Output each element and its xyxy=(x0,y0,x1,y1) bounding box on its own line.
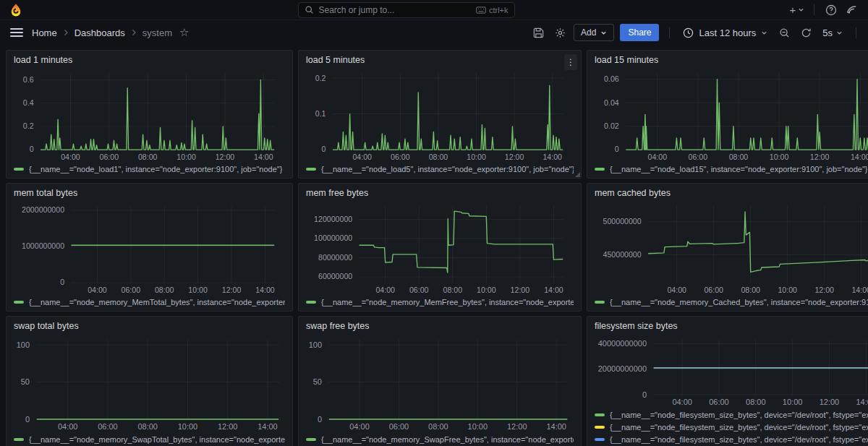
svg-text:12:00: 12:00 xyxy=(814,286,834,294)
svg-text:06:00: 06:00 xyxy=(704,286,723,294)
svg-text:12:00: 12:00 xyxy=(218,422,238,431)
svg-text:500000000: 500000000 xyxy=(603,217,642,226)
svg-text:12:00: 12:00 xyxy=(507,422,527,431)
svg-text:0: 0 xyxy=(615,145,619,154)
svg-text:0.4: 0.4 xyxy=(23,98,34,107)
svg-text:10:00: 10:00 xyxy=(178,422,198,431)
legend-label: {__name__="node_load1", instance="node_e… xyxy=(29,165,282,173)
legend-item[interactable]: {__name__="node_filesystem_size_bytes", … xyxy=(595,408,868,421)
save-icon xyxy=(533,27,544,38)
svg-text:06:00: 06:00 xyxy=(409,286,429,294)
legend-item[interactable]: {__name__="node_filesystem_size_bytes", … xyxy=(595,421,868,433)
zoom-out-button[interactable] xyxy=(776,25,792,40)
legend-item[interactable]: {__name__="node_filesystem_size_bytes", … xyxy=(595,433,868,445)
panel-title[interactable]: swap total bytes xyxy=(7,317,292,335)
legend-item[interactable]: {__name__="node_load1", instance="node_e… xyxy=(14,163,285,176)
gear-icon xyxy=(555,27,566,38)
svg-text:0.6: 0.6 xyxy=(23,75,34,84)
svg-text:04:00: 04:00 xyxy=(647,153,667,161)
menu-icon[interactable] xyxy=(10,28,23,37)
time-series-chart[interactable]: 04:0006:0008:0010:0012:0014:00050100 xyxy=(12,335,285,432)
panel-title[interactable]: mem free bytes xyxy=(299,184,581,202)
chevron-down-icon xyxy=(761,30,767,36)
chevron-down-icon xyxy=(836,30,843,36)
dashboard-toolbar: Home Dashboards system ☆ Add Share xyxy=(0,20,868,45)
legend-swatch xyxy=(306,438,316,441)
time-series-chart[interactable]: 04:0006:0008:0010:0012:0014:00050100 xyxy=(305,335,574,432)
keyboard-icon xyxy=(476,7,486,14)
svg-text:10:00: 10:00 xyxy=(468,422,488,431)
refresh-interval-dropdown[interactable]: 5s xyxy=(820,27,846,38)
svg-text:12:00: 12:00 xyxy=(505,153,524,161)
legend-item[interactable]: {__name__="node_memory_Cached_bytes", in… xyxy=(595,296,868,309)
time-series-chart[interactable]: 04:0006:0008:0010:0012:0014:006000000080… xyxy=(305,202,574,295)
news-button[interactable] xyxy=(843,2,859,18)
svg-text:08:00: 08:00 xyxy=(155,286,174,294)
panel-title[interactable]: filesystem size bytes xyxy=(587,317,868,335)
svg-text:14:00: 14:00 xyxy=(254,153,273,161)
grafana-logo[interactable] xyxy=(9,3,23,17)
time-series-chart[interactable]: 04:0006:0008:0010:0012:0014:004500000005… xyxy=(593,202,868,295)
svg-text:08:00: 08:00 xyxy=(746,398,766,406)
svg-text:08:00: 08:00 xyxy=(729,153,749,161)
time-series-chart[interactable]: 04:0006:0008:0010:0012:0014:0000.10.2 xyxy=(305,69,574,162)
panel-resize-handle[interactable] xyxy=(575,172,580,177)
svg-text:0: 0 xyxy=(30,145,34,154)
panel-title[interactable]: mem cached bytes xyxy=(587,184,868,202)
svg-text:0: 0 xyxy=(322,145,326,154)
panel-title[interactable]: load 1 minutes xyxy=(7,51,292,69)
divider xyxy=(856,27,856,38)
svg-text:100: 100 xyxy=(17,340,30,349)
chevron-right-icon xyxy=(63,29,69,36)
breadcrumb-home[interactable]: Home xyxy=(32,27,57,38)
search-shortcut: ctrl+k xyxy=(476,6,509,14)
panel-menu-icon[interactable]: ⋮ xyxy=(564,54,577,70)
svg-text:12:00: 12:00 xyxy=(222,286,242,294)
search-input[interactable]: Search or jump to... ctrl+k xyxy=(298,2,515,18)
svg-text:04:00: 04:00 xyxy=(672,398,692,406)
panel-title[interactable]: mem total bytes xyxy=(7,184,292,202)
star-icon[interactable]: ☆ xyxy=(179,26,189,39)
panel-mem-total-bytes: mem total bytes04:0006:0008:0010:0012:00… xyxy=(6,183,293,312)
time-series-chart[interactable]: 04:0006:0008:0010:0012:0014:000100000000… xyxy=(12,202,285,295)
time-series-chart[interactable]: 04:0006:0008:0010:0012:0014:000200000000… xyxy=(593,335,868,408)
svg-text:06:00: 06:00 xyxy=(98,422,118,431)
panel-title[interactable]: load 5 minutes xyxy=(299,51,581,69)
panel-legend: {__name__="node_memory_Cached_bytes", in… xyxy=(587,296,868,311)
svg-text:06:00: 06:00 xyxy=(689,153,708,161)
legend-item[interactable]: {__name__="node_load5", instance="node_e… xyxy=(306,163,574,176)
help-button[interactable] xyxy=(823,2,839,18)
svg-text:40000000000: 40000000000 xyxy=(598,339,647,348)
panel-legend: {__name__="node_load15", instance="node_… xyxy=(587,163,868,178)
breadcrumb-dashboards[interactable]: Dashboards xyxy=(75,27,125,38)
panel-title[interactable]: load 15 minutes xyxy=(587,51,868,69)
legend-item[interactable]: {__name__="node_memory_MemFree_bytes", i… xyxy=(306,296,574,309)
time-series-chart[interactable]: 04:0006:0008:0010:0012:0014:0000.20.40.6 xyxy=(12,69,285,162)
svg-text:04:00: 04:00 xyxy=(667,286,686,294)
svg-text:14:00: 14:00 xyxy=(542,153,562,161)
svg-text:0.04: 0.04 xyxy=(604,98,619,107)
panel-load-15-minutes: load 15 minutes04:0006:0008:0010:0012:00… xyxy=(587,50,868,179)
save-button[interactable] xyxy=(530,25,546,40)
svg-text:100000000: 100000000 xyxy=(314,233,352,242)
search-icon xyxy=(305,5,314,14)
new-button[interactable]: + xyxy=(789,2,805,18)
legend-item[interactable]: {__name__="node_memory_SwapFree_bytes", … xyxy=(306,433,574,445)
svg-text:04:00: 04:00 xyxy=(352,153,372,161)
panel-title[interactable]: swap free bytes xyxy=(299,317,581,335)
legend-item[interactable]: {__name__="node_memory_MemTotal_bytes", … xyxy=(14,296,285,309)
svg-text:08:00: 08:00 xyxy=(428,422,448,431)
breadcrumb-current: system xyxy=(142,27,172,38)
svg-text:0.1: 0.1 xyxy=(315,109,326,118)
time-range-picker[interactable]: Last 12 hours xyxy=(680,27,770,38)
legend-swatch xyxy=(595,426,605,429)
add-dropdown[interactable]: Add xyxy=(574,24,614,41)
legend-item[interactable]: {__name__="node_load15", instance="node_… xyxy=(595,163,868,176)
legend-item[interactable]: {__name__="node_memory_SwapTotal_bytes",… xyxy=(14,433,285,445)
panel-legend: {__name__="node_memory_SwapFree_bytes", … xyxy=(299,432,581,446)
settings-button[interactable] xyxy=(552,25,568,40)
share-button[interactable]: Share xyxy=(620,24,659,41)
svg-text:14:00: 14:00 xyxy=(258,422,278,431)
time-series-chart[interactable]: 04:0006:0008:0010:0012:0014:0000.020.040… xyxy=(593,69,868,162)
refresh-button[interactable] xyxy=(798,25,814,40)
